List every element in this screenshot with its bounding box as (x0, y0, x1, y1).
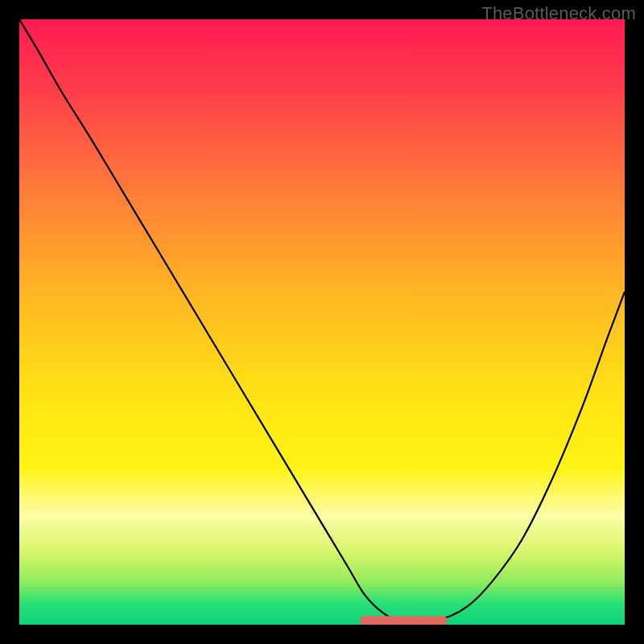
chart-svg (19, 19, 625, 625)
watermark-text: TheBottleneck.com (481, 3, 636, 24)
plot-area (19, 19, 625, 625)
gradient-background (19, 19, 625, 625)
chart-frame: TheBottleneck.com (0, 0, 644, 644)
